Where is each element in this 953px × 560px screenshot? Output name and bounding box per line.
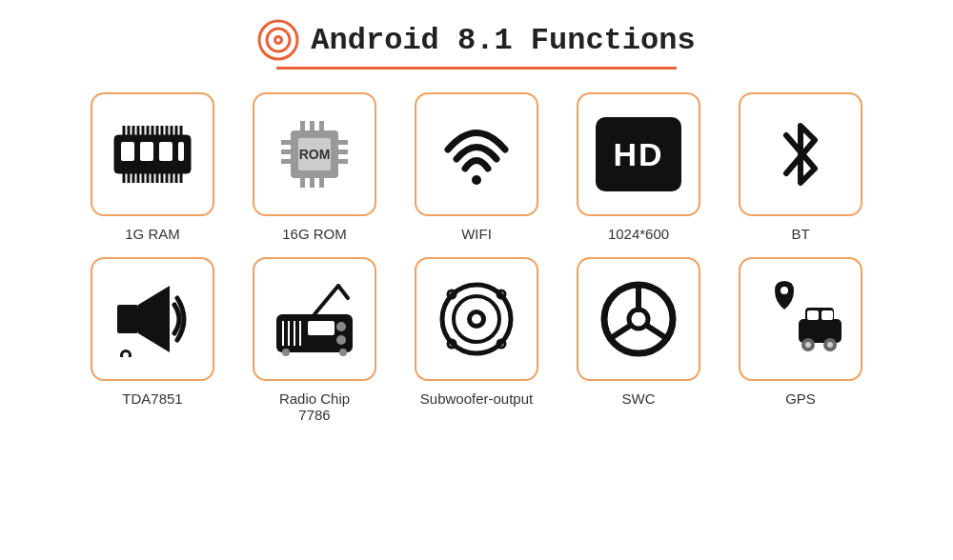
features-grid: 1G RAM ROM [76, 92, 877, 423]
gps-label: GPS [785, 390, 816, 407]
radio-icon [272, 281, 357, 357]
android-icon [257, 19, 299, 61]
svg-rect-47 [300, 178, 305, 188]
feature-ram: 1G RAM [76, 92, 229, 242]
svg-rect-41 [338, 140, 348, 145]
feature-sub: Subwoofer-output [400, 257, 553, 423]
gps-icon [756, 281, 846, 357]
swc-icon-box [577, 257, 700, 381]
svg-marker-52 [138, 286, 170, 352]
title-underline [276, 67, 677, 70]
wifi-label: WIFI [461, 226, 492, 242]
page-header: Android 8.1 Functions [257, 19, 695, 61]
sub-label: Subwoofer-output [420, 390, 533, 407]
svg-rect-42 [338, 150, 348, 154]
svg-point-80 [781, 287, 788, 294]
feature-swc: SWC [562, 257, 715, 423]
svg-rect-51 [117, 305, 138, 333]
svg-point-84 [805, 342, 811, 348]
svg-rect-45 [310, 121, 314, 130]
svg-rect-88 [821, 310, 833, 320]
svg-rect-6 [140, 142, 153, 161]
svg-rect-38 [281, 140, 291, 145]
sub-icon-box [415, 257, 538, 381]
ram-label: 1G RAM [125, 226, 180, 242]
svg-point-86 [827, 342, 833, 348]
feature-tda: TDA7851 [76, 257, 229, 423]
gps-icon-box [739, 257, 862, 381]
svg-line-55 [314, 286, 338, 314]
svg-point-65 [282, 349, 290, 356]
svg-line-79 [647, 326, 666, 338]
svg-rect-8 [178, 142, 184, 161]
page-title: Android 8.1 Functions [311, 23, 695, 58]
svg-rect-49 [319, 178, 324, 188]
hd-icon: HD [596, 117, 681, 191]
feature-bt: BT [724, 92, 877, 242]
radio-label: Radio Chip 7786 [279, 390, 350, 423]
svg-rect-48 [310, 178, 314, 188]
feature-hd: HD 1024*600 [562, 92, 715, 242]
svg-rect-46 [319, 121, 324, 130]
feature-gps: GPS [724, 257, 877, 423]
svg-rect-5 [121, 142, 134, 161]
ram-icon [110, 121, 195, 188]
steering-wheel-icon [598, 279, 679, 360]
svg-rect-7 [159, 142, 172, 161]
feature-rom: ROM 16G ROM [238, 92, 391, 242]
svg-rect-62 [308, 321, 335, 335]
feature-radio: Radio Chip 7786 [238, 257, 391, 423]
svg-point-70 [472, 314, 481, 324]
rom-label: 16G ROM [282, 226, 347, 242]
svg-rect-40 [281, 159, 291, 164]
rom-icon: ROM [272, 111, 357, 197]
svg-point-64 [336, 335, 346, 345]
tda-icon-box [91, 257, 214, 381]
svg-point-63 [336, 322, 346, 331]
svg-rect-44 [300, 121, 305, 130]
svg-line-56 [338, 286, 348, 298]
swc-label: SWC [622, 390, 656, 407]
bluetooth-icon [772, 116, 829, 192]
hd-label: 1024*600 [608, 226, 669, 242]
wifi-icon [438, 121, 515, 188]
ram-icon-box [91, 92, 214, 216]
svg-text:ROM: ROM [299, 147, 331, 162]
bt-label: BT [791, 226, 809, 242]
svg-line-78 [611, 326, 630, 338]
subwoofer-icon [438, 281, 515, 357]
rom-icon-box: ROM [253, 92, 376, 216]
svg-rect-43 [338, 159, 348, 164]
radio-icon-box [253, 257, 376, 381]
bt-icon-box [739, 92, 862, 216]
tda-label: TDA7851 [122, 390, 182, 407]
svg-point-50 [472, 175, 481, 185]
svg-rect-39 [281, 150, 291, 154]
speaker-icon [112, 281, 193, 357]
svg-rect-87 [807, 310, 819, 320]
svg-point-66 [339, 349, 347, 356]
hd-icon-box: HD [577, 92, 700, 216]
svg-point-3 [276, 38, 280, 42]
wifi-icon-box [415, 92, 538, 216]
feature-wifi: WIFI [400, 92, 553, 242]
